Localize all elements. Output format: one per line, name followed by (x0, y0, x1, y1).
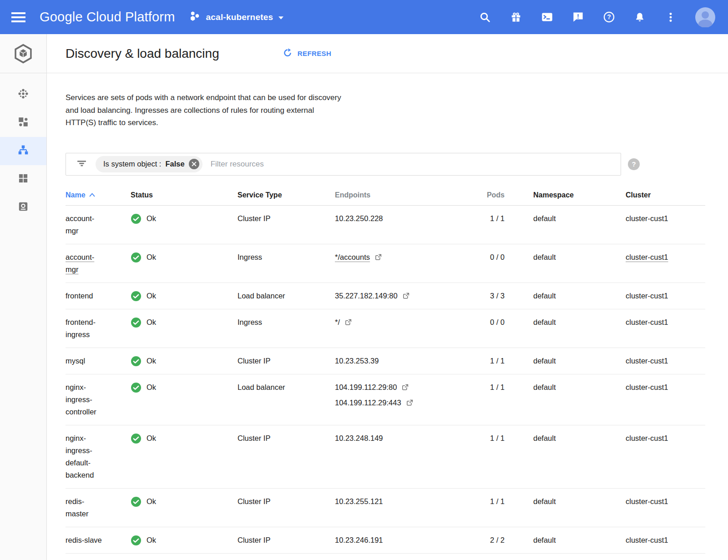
sidebar-item-clusters[interactable] (0, 81, 46, 109)
feedback-icon[interactable] (571, 11, 584, 24)
status-ok-icon (131, 291, 142, 302)
namespace: default (505, 432, 626, 444)
service-type: Cluster IP (238, 495, 335, 508)
pods-count: 0 / 0 (473, 251, 505, 263)
filter-funnel-icon[interactable] (76, 157, 87, 171)
sidebar-item-storage[interactable] (0, 193, 46, 222)
endpoint-value: 10.23.253.39 (335, 355, 379, 367)
column-header-status[interactable]: Status (131, 191, 238, 199)
filter-chip-system-object[interactable]: Is system object : False (96, 156, 202, 172)
filter-help-icon[interactable]: ? (628, 158, 640, 170)
sidebar-item-applications[interactable] (0, 165, 46, 193)
service-type: Load balancer (238, 381, 335, 394)
endpoint-link[interactable]: */ (335, 316, 473, 328)
cluster-link[interactable]: cluster-cust1 (626, 534, 705, 546)
service-name-link[interactable]: nginx-ingress-controller (66, 381, 105, 418)
service-name-link[interactable]: mysql (66, 355, 105, 367)
cluster-link[interactable]: cluster-cust1 (626, 495, 705, 508)
external-link-icon (344, 318, 352, 326)
storage-disk-icon (17, 201, 29, 214)
external-link-icon (401, 383, 409, 391)
sidebar-item-discovery-load-balancing[interactable] (0, 137, 46, 165)
status-ok-icon (131, 317, 142, 328)
pods-count: 1 / 1 (473, 495, 505, 508)
notifications-bell-icon[interactable] (633, 11, 646, 24)
table-row: nginx-ingress-default-backend Ok Cluster… (66, 425, 705, 489)
cluster-link[interactable]: cluster-cust1 (626, 355, 705, 367)
table-row: frontend-ingress Ok Ingress */ 0 / 0 def… (66, 309, 705, 348)
status-text: Ok (147, 495, 156, 508)
service-type: Cluster IP (238, 534, 335, 546)
cluster-link[interactable]: cluster-cust1 (626, 432, 705, 444)
cluster-link[interactable]: cluster-cust1 (626, 381, 705, 394)
chip-remove-icon[interactable] (189, 159, 199, 169)
endpoint-value: 10.23.250.228 (335, 212, 383, 225)
external-link-icon (374, 253, 382, 261)
more-vertical-icon[interactable] (664, 11, 677, 24)
service-name-link[interactable]: redis-slave (66, 534, 105, 546)
cluster-link[interactable]: cluster-cust1 (626, 316, 705, 328)
services-table: Name Status Service Type Endpoints Pods … (66, 186, 705, 554)
chevron-down-icon (278, 13, 283, 21)
namespace: default (505, 495, 626, 508)
menu-icon[interactable] (11, 12, 25, 22)
kubernetes-engine-logo-icon[interactable] (0, 34, 46, 73)
gift-icon[interactable] (510, 11, 522, 24)
pods-count: 1 / 1 (473, 381, 505, 394)
brand-logo[interactable]: Google Cloud Platform (40, 10, 175, 25)
table-row: nginx-ingress-controller Ok Load balance… (66, 374, 705, 425)
column-header-cluster[interactable]: Cluster (626, 191, 705, 199)
external-link-icon (402, 292, 410, 300)
status-text: Ok (147, 534, 156, 546)
cluster-link[interactable]: cluster-cust1 (626, 251, 705, 263)
column-header-pods: Pods (473, 191, 505, 199)
service-type: Ingress (238, 251, 335, 263)
discovery-load-balancing-icon (17, 144, 29, 158)
project-selector[interactable]: acal-kubernetes (189, 10, 284, 24)
service-type: Cluster IP (238, 212, 335, 225)
status-ok-icon (131, 535, 142, 546)
table-row: redis-master Ok Cluster IP 10.23.255.121… (66, 489, 705, 527)
cluster-link[interactable]: cluster-cust1 (626, 212, 705, 225)
service-name-link[interactable]: frontend-ingress (66, 316, 105, 341)
top-app-bar: Google Cloud Platform acal-kubernetes (0, 0, 728, 34)
refresh-button[interactable]: REFRESH (279, 45, 335, 62)
cloud-shell-icon[interactable] (541, 11, 553, 24)
column-header-service-type[interactable]: Service Type (238, 191, 335, 199)
namespace: default (505, 212, 626, 225)
table-row: mysql Ok Cluster IP 10.23.253.39 1 / 1 d… (66, 348, 705, 374)
service-type: Cluster IP (238, 355, 335, 367)
page-description: Services are sets of pods with a network… (66, 91, 728, 129)
column-header-name[interactable]: Name (66, 191, 131, 199)
endpoint-link[interactable]: 104.199.112.29:80 (335, 381, 473, 394)
sidebar-item-workloads[interactable] (0, 109, 46, 137)
cluster-link[interactable]: cluster-cust1 (626, 290, 705, 302)
table-row: frontend Ok Load balancer 35.227.182.149… (66, 283, 705, 309)
service-name-link[interactable]: account-mgr (66, 212, 105, 237)
help-icon[interactable]: ? (602, 11, 615, 24)
namespace: default (505, 290, 626, 302)
column-header-namespace[interactable]: Namespace (505, 191, 626, 199)
endpoint-value: 10.23.255.121 (335, 495, 383, 508)
service-name-link[interactable]: account-mgr (66, 251, 105, 276)
service-name-link[interactable]: nginx-ingress-default-backend (66, 432, 105, 481)
service-name-link[interactable]: redis-master (66, 495, 105, 520)
avatar[interactable] (695, 7, 715, 27)
endpoint-link[interactable]: 35.227.182.149:80 (335, 290, 473, 302)
namespace: default (505, 251, 626, 263)
endpoint-link[interactable]: */accounts (335, 251, 473, 263)
service-name-link[interactable]: frontend (66, 290, 105, 302)
status-ok-icon (131, 382, 142, 393)
filter-resources-input[interactable] (210, 159, 614, 169)
project-hexagons-icon (189, 10, 201, 24)
status-text: Ok (147, 290, 156, 302)
service-type: Cluster IP (238, 432, 335, 444)
external-link-icon (405, 399, 414, 407)
status-text: Ok (147, 381, 156, 394)
project-name: acal-kubernetes (206, 12, 273, 22)
endpoint-link[interactable]: 104.199.112.29:443 (335, 397, 473, 409)
table-row: account-mgr Ok Cluster IP 10.23.250.228 … (66, 206, 705, 244)
table-row: redis-slave Ok Cluster IP 10.23.246.191 … (66, 527, 705, 554)
table-row: account-mgr Ok Ingress */accounts 0 / 0 … (66, 244, 705, 283)
search-icon[interactable] (479, 11, 491, 24)
